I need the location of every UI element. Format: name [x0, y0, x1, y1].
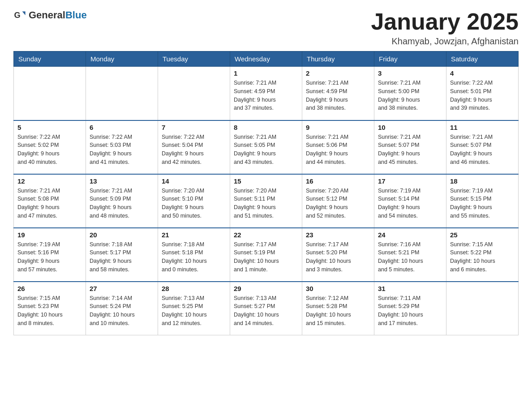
month-title: January 2025	[371, 9, 519, 34]
logo-text-blue: Blue	[65, 9, 87, 21]
day-number: 30	[306, 285, 370, 292]
table-row: 6Sunrise: 7:22 AM Sunset: 5:03 PM Daylig…	[86, 120, 158, 174]
day-info: Sunrise: 7:19 AM Sunset: 5:14 PM Dayligh…	[378, 187, 442, 220]
day-info: Sunrise: 7:17 AM Sunset: 5:20 PM Dayligh…	[306, 240, 370, 274]
table-row: 28Sunrise: 7:13 AM Sunset: 5:25 PM Dayli…	[158, 282, 230, 335]
day-number: 28	[162, 285, 226, 292]
header-wednesday: Wednesday	[230, 51, 302, 67]
day-number: 11	[450, 124, 515, 131]
day-number: 15	[234, 177, 298, 185]
day-info: Sunrise: 7:22 AM Sunset: 5:01 PM Dayligh…	[450, 79, 515, 112]
table-row: 2Sunrise: 7:21 AM Sunset: 4:59 PM Daylig…	[302, 67, 374, 120]
table-row: 23Sunrise: 7:17 AM Sunset: 5:20 PM Dayli…	[302, 228, 374, 282]
table-row: 1Sunrise: 7:21 AM Sunset: 4:59 PM Daylig…	[230, 67, 302, 120]
title-area: January 2025 Khamyab, Jowzjan, Afghanist…	[371, 9, 519, 47]
day-info: Sunrise: 7:21 AM Sunset: 5:07 PM Dayligh…	[450, 133, 515, 167]
calendar-week-row: 1Sunrise: 7:21 AM Sunset: 4:59 PM Daylig…	[14, 67, 519, 120]
svg-text:G: G	[14, 11, 20, 20]
day-number: 29	[234, 285, 298, 292]
day-number: 5	[17, 124, 82, 131]
table-row: 21Sunrise: 7:18 AM Sunset: 5:18 PM Dayli…	[158, 228, 230, 282]
day-number: 2	[306, 69, 370, 77]
table-row: 26Sunrise: 7:15 AM Sunset: 5:23 PM Dayli…	[14, 282, 86, 335]
day-number: 18	[450, 177, 515, 185]
day-info: Sunrise: 7:20 AM Sunset: 5:12 PM Dayligh…	[306, 187, 370, 220]
day-info: Sunrise: 7:15 AM Sunset: 5:22 PM Dayligh…	[450, 240, 515, 274]
table-row: 3Sunrise: 7:21 AM Sunset: 5:00 PM Daylig…	[374, 67, 446, 120]
day-info: Sunrise: 7:20 AM Sunset: 5:11 PM Dayligh…	[234, 187, 298, 220]
day-number: 6	[90, 124, 154, 131]
day-info: Sunrise: 7:13 AM Sunset: 5:27 PM Dayligh…	[234, 294, 298, 328]
day-number: 16	[306, 177, 370, 185]
day-info: Sunrise: 7:22 AM Sunset: 5:04 PM Dayligh…	[162, 133, 226, 167]
table-row: 9Sunrise: 7:21 AM Sunset: 5:06 PM Daylig…	[302, 120, 374, 174]
page-header: G GeneralBlue January 2025 Khamyab, Jowz…	[13, 9, 519, 47]
table-row: 10Sunrise: 7:21 AM Sunset: 5:07 PM Dayli…	[374, 120, 446, 174]
day-info: Sunrise: 7:13 AM Sunset: 5:25 PM Dayligh…	[162, 294, 226, 328]
table-row: 15Sunrise: 7:20 AM Sunset: 5:11 PM Dayli…	[230, 174, 302, 228]
day-info: Sunrise: 7:18 AM Sunset: 5:18 PM Dayligh…	[162, 240, 226, 274]
day-number: 1	[234, 69, 298, 77]
day-number: 10	[378, 124, 442, 131]
day-info: Sunrise: 7:21 AM Sunset: 5:07 PM Dayligh…	[378, 133, 442, 167]
day-info: Sunrise: 7:21 AM Sunset: 5:08 PM Dayligh…	[17, 187, 82, 220]
table-row: 14Sunrise: 7:20 AM Sunset: 5:10 PM Dayli…	[158, 174, 230, 228]
table-row: 18Sunrise: 7:19 AM Sunset: 5:15 PM Dayli…	[446, 174, 519, 228]
day-number: 27	[90, 285, 154, 292]
day-number: 12	[17, 177, 82, 185]
table-row	[86, 67, 158, 120]
day-number: 20	[90, 231, 154, 239]
day-number: 3	[378, 69, 442, 77]
header-monday: Monday	[86, 51, 158, 67]
day-number: 13	[90, 177, 154, 185]
header-friday: Friday	[374, 51, 446, 67]
day-info: Sunrise: 7:12 AM Sunset: 5:28 PM Dayligh…	[306, 294, 370, 328]
table-row: 11Sunrise: 7:21 AM Sunset: 5:07 PM Dayli…	[446, 120, 519, 174]
table-row	[446, 282, 519, 335]
calendar-week-row: 5Sunrise: 7:22 AM Sunset: 5:02 PM Daylig…	[14, 120, 519, 174]
logo-icon: G	[13, 9, 26, 21]
day-info: Sunrise: 7:21 AM Sunset: 5:05 PM Dayligh…	[234, 133, 298, 167]
table-row: 12Sunrise: 7:21 AM Sunset: 5:08 PM Dayli…	[14, 174, 86, 228]
table-row: 20Sunrise: 7:18 AM Sunset: 5:17 PM Dayli…	[86, 228, 158, 282]
svg-marker-1	[22, 12, 26, 15]
day-info: Sunrise: 7:21 AM Sunset: 4:59 PM Dayligh…	[234, 79, 298, 112]
day-info: Sunrise: 7:17 AM Sunset: 5:19 PM Dayligh…	[234, 240, 298, 274]
table-row: 27Sunrise: 7:14 AM Sunset: 5:24 PM Dayli…	[86, 282, 158, 335]
day-info: Sunrise: 7:19 AM Sunset: 5:16 PM Dayligh…	[17, 240, 82, 274]
day-info: Sunrise: 7:21 AM Sunset: 5:00 PM Dayligh…	[378, 79, 442, 112]
table-row: 13Sunrise: 7:21 AM Sunset: 5:09 PM Dayli…	[86, 174, 158, 228]
day-info: Sunrise: 7:14 AM Sunset: 5:24 PM Dayligh…	[90, 294, 154, 328]
location: Khamyab, Jowzjan, Afghanistan	[371, 36, 519, 47]
calendar-week-row: 26Sunrise: 7:15 AM Sunset: 5:23 PM Dayli…	[14, 282, 519, 335]
day-info: Sunrise: 7:19 AM Sunset: 5:15 PM Dayligh…	[450, 187, 515, 220]
day-number: 9	[306, 124, 370, 131]
day-info: Sunrise: 7:21 AM Sunset: 5:06 PM Dayligh…	[306, 133, 370, 167]
calendar-table: Sunday Monday Tuesday Wednesday Thursday…	[13, 51, 519, 335]
day-number: 8	[234, 124, 298, 131]
table-row: 22Sunrise: 7:17 AM Sunset: 5:19 PM Dayli…	[230, 228, 302, 282]
header-tuesday: Tuesday	[158, 51, 230, 67]
table-row: 7Sunrise: 7:22 AM Sunset: 5:04 PM Daylig…	[158, 120, 230, 174]
calendar-week-row: 19Sunrise: 7:19 AM Sunset: 5:16 PM Dayli…	[14, 228, 519, 282]
day-info: Sunrise: 7:21 AM Sunset: 5:09 PM Dayligh…	[90, 187, 154, 220]
table-row: 25Sunrise: 7:15 AM Sunset: 5:22 PM Dayli…	[446, 228, 519, 282]
table-row: 8Sunrise: 7:21 AM Sunset: 5:05 PM Daylig…	[230, 120, 302, 174]
day-info: Sunrise: 7:22 AM Sunset: 5:02 PM Dayligh…	[17, 133, 82, 167]
weekday-header-row: Sunday Monday Tuesday Wednesday Thursday…	[14, 51, 519, 67]
day-info: Sunrise: 7:16 AM Sunset: 5:21 PM Dayligh…	[378, 240, 442, 274]
table-row: 17Sunrise: 7:19 AM Sunset: 5:14 PM Dayli…	[374, 174, 446, 228]
day-info: Sunrise: 7:22 AM Sunset: 5:03 PM Dayligh…	[90, 133, 154, 167]
day-info: Sunrise: 7:21 AM Sunset: 4:59 PM Dayligh…	[306, 79, 370, 112]
day-number: 17	[378, 177, 442, 185]
day-number: 19	[17, 231, 82, 239]
day-info: Sunrise: 7:15 AM Sunset: 5:23 PM Dayligh…	[17, 294, 82, 328]
calendar-week-row: 12Sunrise: 7:21 AM Sunset: 5:08 PM Dayli…	[14, 174, 519, 228]
table-row: 5Sunrise: 7:22 AM Sunset: 5:02 PM Daylig…	[14, 120, 86, 174]
day-info: Sunrise: 7:18 AM Sunset: 5:17 PM Dayligh…	[90, 240, 154, 274]
day-number: 22	[234, 231, 298, 239]
table-row: 16Sunrise: 7:20 AM Sunset: 5:12 PM Dayli…	[302, 174, 374, 228]
table-row: 4Sunrise: 7:22 AM Sunset: 5:01 PM Daylig…	[446, 67, 519, 120]
day-info: Sunrise: 7:11 AM Sunset: 5:29 PM Dayligh…	[378, 294, 442, 328]
table-row	[14, 67, 86, 120]
